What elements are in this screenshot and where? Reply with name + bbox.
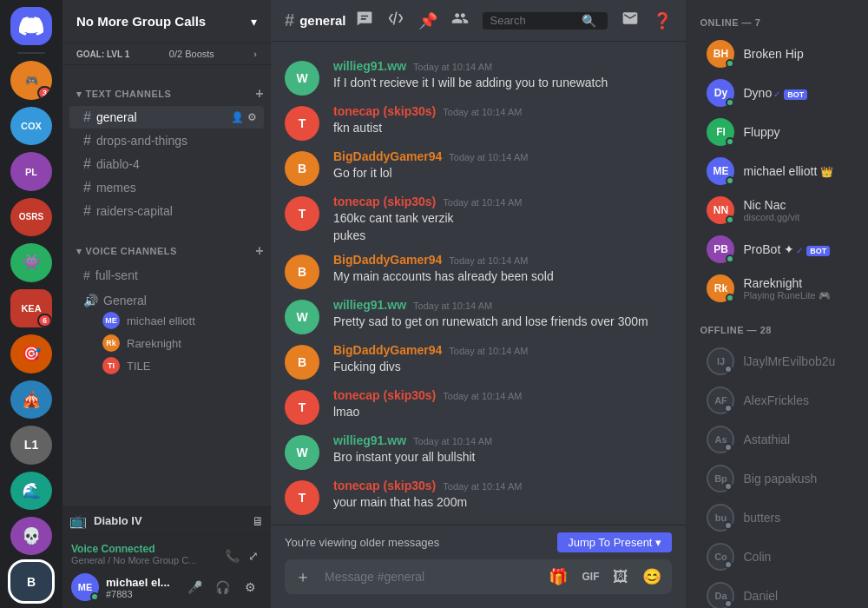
voice-channel-full-sent[interactable]: # full-sent [69, 263, 264, 287]
discord-home-icon[interactable] [10, 7, 52, 45]
server-icon-s8[interactable]: 🎪 [10, 380, 52, 419]
member-avatar: Fl [707, 118, 734, 146]
voice-user-rareknight[interactable]: Rk Rareknight [83, 332, 257, 354]
status-dot [724, 521, 733, 530]
channel-item-memes[interactable]: # memes [69, 176, 264, 199]
message-author[interactable]: tonecap (skip30s) [333, 195, 436, 208]
voice-channel-general[interactable]: 🔊 General ME michael elliott Rk Rareknig… [69, 288, 264, 380]
member-item-offline[interactable]: Bp Big papakush [693, 459, 868, 498]
message-author[interactable]: tonecap (skip30s) [333, 388, 436, 402]
voice-user-michael[interactable]: ME michael elliott [83, 309, 257, 332]
sticker-icon[interactable]: 🖼 [609, 561, 632, 593]
server-icon-s7[interactable]: 🎯 [10, 334, 52, 373]
message-avatar: W [285, 300, 319, 334]
search-box[interactable]: 🔍 [483, 12, 608, 30]
message-group: T tonecap (skip30s) Today at 10:14 AM 16… [271, 191, 686, 248]
message-author[interactable]: BigDaddyGamer94 [333, 253, 442, 267]
member-name: lJaylMrEvilbob2u [743, 354, 868, 368]
member-info: lJaylMrEvilbob2u [743, 354, 868, 368]
member-item-online[interactable]: Dy Dyno✓BOT [693, 74, 868, 112]
text-channels-category[interactable]: ▾ TEXT CHANNELS + [62, 72, 271, 105]
server-icon-calcusa[interactable]: 🌊 [10, 472, 52, 510]
gif-button[interactable]: GIF [578, 564, 602, 590]
boost-progress: 0/2 Boosts [169, 49, 214, 59]
message-author[interactable]: willieg91.ww [333, 433, 406, 447]
member-item-online[interactable]: PB ProBot ✦✓BOT [693, 230, 868, 268]
person-icon[interactable]: 👤 [231, 111, 244, 123]
microphone-icon[interactable]: 🎤 [182, 575, 207, 599]
boost-bar[interactable]: GOAL: LVL 1 0/2 Boosts › [62, 43, 271, 65]
settings-icon[interactable]: ⚙ [238, 575, 262, 599]
member-item-online[interactable]: ME michael elliott👑 [693, 152, 868, 190]
message-timestamp: Today at 10:14 AM [449, 152, 528, 162]
add-attachment-button[interactable]: ＋ [292, 559, 314, 594]
message-input[interactable] [321, 561, 538, 592]
member-avatar: Dy [707, 79, 734, 107]
channel-item-drops[interactable]: # drops-and-things [69, 129, 264, 152]
message-author[interactable]: tonecap (skip30s) [333, 479, 436, 492]
message-line: Pretty sad to get on runewatch and lose … [333, 314, 672, 331]
help-icon[interactable]: ❓ [653, 11, 672, 30]
add-voice-channel-button[interactable]: + [255, 243, 264, 259]
message-content: tonecap (skip30s) Today at 10:14 AM your… [333, 479, 672, 515]
emoji-button[interactable]: 😊 [639, 560, 665, 593]
server-header[interactable]: No More Group Calls ▾ [62, 0, 271, 43]
member-item-offline[interactable]: lJ lJaylMrEvilbob2u [693, 342, 868, 380]
member-item-offline[interactable]: AF AlexFrickles [693, 381, 868, 420]
channel-item-raiders[interactable]: # raiders-capital [69, 200, 264, 222]
member-item-offline[interactable]: bu butters [693, 499, 868, 537]
voice-expand-icon[interactable]: ⤢ [245, 545, 262, 566]
server-icon-s3[interactable]: PL [10, 152, 52, 190]
server-icon-active[interactable]: B [10, 562, 52, 600]
settings-icon[interactable]: ⚙ [247, 111, 257, 123]
server-icon-l1[interactable]: L1 [10, 426, 52, 464]
chat-input-box: ＋ 🎁 GIF 🖼 😊 [285, 559, 672, 594]
voice-phone-icon[interactable]: 📞 [221, 545, 243, 566]
gift-icon[interactable]: 🎁 [545, 560, 571, 593]
member-item-offline[interactable]: Co Colin [693, 538, 868, 576]
headset-icon[interactable]: 🎧 [210, 575, 234, 599]
member-item-online[interactable]: Fl Fluppy [693, 113, 868, 151]
server-icon-s2[interactable]: COX [10, 107, 52, 145]
messages-container[interactable]: W willieg91.ww Today at 10:14 AM If I do… [271, 42, 686, 525]
channel-item-diablo[interactable]: # diablo-4 [69, 153, 264, 175]
message-content: willieg91.ww Today at 10:14 AM If I don'… [333, 59, 672, 96]
channel-name: general [96, 110, 226, 124]
server-icon-s1[interactable]: 🎮 3 [10, 61, 52, 99]
online-section-title: ONLINE — 7 [686, 14, 868, 31]
inbox-icon[interactable] [621, 10, 639, 31]
member-avatar: BH [707, 40, 734, 68]
message-author[interactable]: tonecap (skip30s) [333, 104, 436, 118]
server-icon-s4[interactable]: OSRS [10, 198, 52, 236]
message-author[interactable]: willieg91.ww [333, 59, 406, 73]
message-line: your main that has 200m [333, 494, 672, 512]
message-author[interactable]: willieg91.ww [333, 298, 406, 312]
server-icon-s5[interactable]: 👾 [10, 243, 52, 281]
username: michael el... [106, 576, 175, 589]
message-timestamp: Today at 10:14 AM [413, 301, 492, 311]
voice-channels-category[interactable]: ▾ VOICE CHANNELS + [62, 229, 271, 262]
member-item-offline[interactable]: As Astathial [693, 420, 868, 459]
search-icon: 🔍 [582, 14, 596, 28]
message-author[interactable]: BigDaddyGamer94 [333, 149, 442, 163]
search-input[interactable] [490, 14, 576, 27]
server-icon-s6[interactable]: KEA 6 [10, 289, 52, 327]
member-item-online[interactable]: NN Nic Nac discord.gg/vit [693, 191, 868, 229]
member-name: ProBot ✦✓BOT [743, 242, 868, 256]
add-channel-button[interactable]: + [255, 86, 264, 102]
diablo-bar[interactable]: 📺 Diablo IV 🖥 [62, 506, 271, 534]
threads-icon[interactable] [356, 10, 373, 31]
jump-to-present-button[interactable]: Jump To Present ▾ [557, 532, 672, 552]
pin-icon[interactable]: 📌 [418, 11, 437, 30]
server-icon-death[interactable]: 💀 [10, 517, 52, 555]
channel-item-general[interactable]: # general 👤 ⚙ [69, 106, 264, 129]
slash-icon[interactable] [387, 10, 404, 31]
member-item-online[interactable]: BH Broken Hip [693, 35, 868, 73]
member-item-online[interactable]: Rk Rareknight Playing RuneLite 🎮 [693, 269, 868, 307]
member-info: Fluppy [743, 125, 868, 139]
members-icon[interactable] [451, 10, 469, 31]
voice-user-tile[interactable]: TI TILE [83, 354, 257, 377]
member-item-offline[interactable]: Da Daniel [693, 577, 868, 608]
message-author[interactable]: BigDaddyGamer94 [333, 343, 442, 357]
status-dot [726, 59, 734, 68]
